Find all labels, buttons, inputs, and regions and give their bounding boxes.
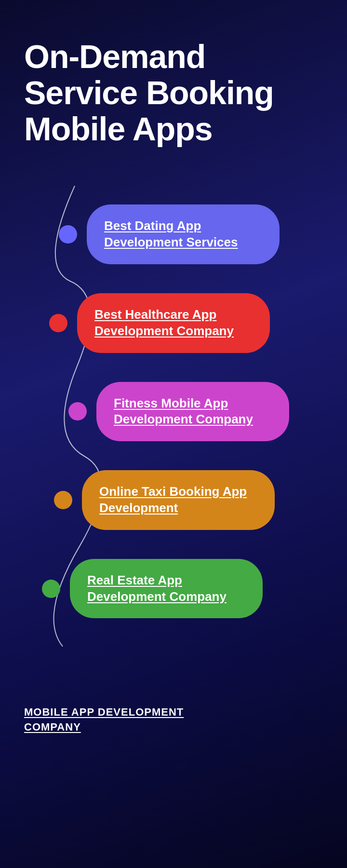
taxi-pill-button[interactable]: Online Taxi Booking App Development [82, 470, 275, 530]
dot-healthcare [49, 314, 67, 332]
fitness-pill-button[interactable]: Fitness Mobile App Development Company [96, 382, 289, 442]
timeline-items: Best Dating App Development Services Bes… [0, 195, 347, 628]
dot-fitness [68, 402, 87, 420]
hero-title: On-Demand Service Booking Mobile Apps [0, 0, 347, 166]
timeline-item-realestate: Real Estate App Development Company [0, 559, 347, 619]
footer-section: MOBILE APP DEVELOPMENT COMPANY [0, 666, 347, 764]
dot-dating [59, 225, 77, 244]
timeline-item-taxi: Online Taxi Booking App Development [0, 470, 347, 530]
footer-link[interactable]: MOBILE APP DEVELOPMENT COMPANY [24, 705, 323, 735]
dot-realestate [42, 580, 60, 598]
healthcare-pill-button[interactable]: Best Healthcare App Development Company [77, 293, 270, 353]
timeline-item-healthcare: Best Healthcare App Development Company [0, 293, 347, 353]
dot-taxi [54, 491, 72, 509]
dot-container-5 [0, 580, 70, 598]
dot-container-1 [0, 225, 87, 244]
realestate-pill-button[interactable]: Real Estate App Development Company [70, 559, 263, 619]
timeline-item-fitness: Fitness Mobile App Development Company [0, 382, 347, 442]
dot-container-3 [0, 402, 96, 420]
timeline-section: Best Dating App Development Services Bes… [0, 166, 347, 666]
dot-container-4 [0, 491, 82, 509]
dot-container-2 [0, 314, 77, 332]
timeline-item-dating: Best Dating App Development Services [0, 204, 347, 264]
footer-link-line2: COMPANY [24, 721, 81, 733]
footer-link-line1: MOBILE APP DEVELOPMENT [24, 706, 184, 718]
dating-pill-button[interactable]: Best Dating App Development Services [87, 204, 280, 264]
